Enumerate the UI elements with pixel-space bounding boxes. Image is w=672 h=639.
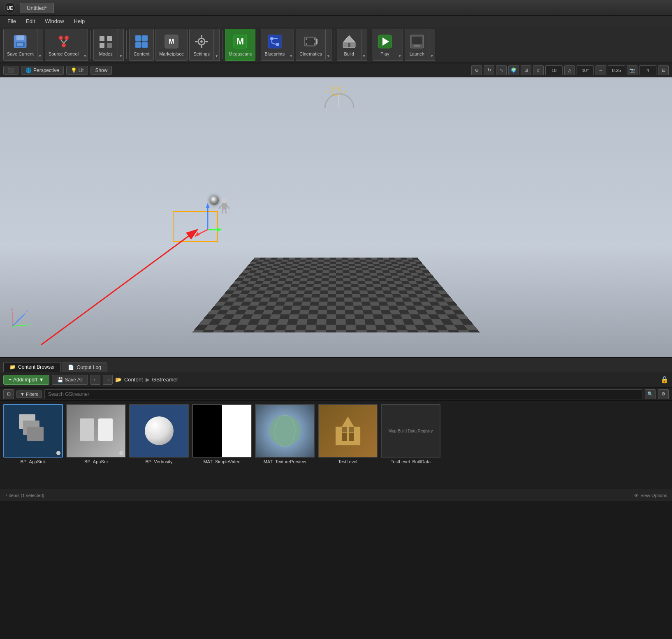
breadcrumb-folder[interactable]: GStreamer <box>152 376 178 383</box>
build-arrow[interactable]: ▼ <box>361 29 367 61</box>
save-current-button[interactable]: Save Current <box>3 29 37 61</box>
add-import-label: Add/Import <box>13 377 37 383</box>
asset-item-bp-appsrc[interactable]: BP_AppSrc <box>66 404 126 464</box>
scale-snap-value[interactable]: 0.25 <box>608 65 625 75</box>
svg-marker-59 <box>206 203 210 208</box>
cb-settings-button[interactable]: ⚙ <box>658 389 669 399</box>
play-arrow[interactable]: ▼ <box>397 29 403 61</box>
toolbar-sep-6 <box>370 30 370 59</box>
cb-view-toggle-button[interactable]: ⊞ <box>3 389 14 399</box>
svg-point-39 <box>306 43 307 45</box>
rotation-snap-button[interactable]: △ <box>564 65 575 75</box>
marketplace-button[interactable]: M Marketplace <box>155 29 188 61</box>
svg-rect-89 <box>349 427 354 432</box>
source-control-arrow[interactable]: ▼ <box>82 29 88 61</box>
search-input[interactable] <box>44 389 642 399</box>
svg-line-10 <box>64 40 67 43</box>
viewport-3d[interactable]: Z Y X <box>0 77 672 357</box>
content-button[interactable]: Content <box>129 29 154 61</box>
content-browser-tab[interactable]: 📁 Content Browser <box>3 362 61 372</box>
source-control-button[interactable]: Source Control <box>45 29 82 61</box>
scale-snap-button[interactable]: ↔ <box>596 65 606 75</box>
camera-speed-value[interactable]: 4 <box>639 65 656 75</box>
asset-grid: BP_AppSink BP_AppSrc BP_Verbosity <box>0 401 672 489</box>
world-local-button[interactable]: 🌍 <box>508 65 519 75</box>
settings-button[interactable]: Settings <box>189 29 214 61</box>
filters-label: Filters <box>26 392 38 397</box>
modes-group: Modes ▼ <box>93 29 124 61</box>
cinematics-button[interactable]: Cinematics <box>296 29 325 61</box>
svg-line-55 <box>328 86 329 88</box>
maximize-viewport-button[interactable]: ⬛ <box>3 66 19 75</box>
thumb-dot <box>56 451 60 455</box>
output-log-tab[interactable]: 📄 Output Log <box>62 362 107 372</box>
svg-point-40 <box>314 38 315 40</box>
svg-line-77 <box>41 230 197 345</box>
translate-mode-button[interactable]: ⊕ <box>471 65 482 75</box>
menu-bar: File Edit Window Help <box>0 16 672 27</box>
svg-rect-12 <box>107 36 112 41</box>
toolbar: Save Current ▼ Source Control ▼ <box>0 27 672 63</box>
asset-item-testlevel[interactable]: TestLevel <box>318 404 378 464</box>
surface-snap-button[interactable]: ⊞ <box>521 65 531 75</box>
build-button[interactable]: Build <box>337 29 361 61</box>
add-import-button[interactable]: + Add/Import ▼ <box>3 375 49 385</box>
save-current-label: Save Current <box>7 51 34 56</box>
nav-back-button[interactable]: ← <box>90 375 100 385</box>
blueprints-arrow[interactable]: ▼ <box>288 29 294 61</box>
content-browser-tab-icon: 📁 <box>9 364 16 370</box>
menu-window[interactable]: Window <box>41 17 68 25</box>
map-build-text: Map Build Data Registry <box>385 425 436 437</box>
perspective-button[interactable]: 🌐 Perspective <box>21 66 64 75</box>
svg-point-7 <box>65 36 69 40</box>
filters-button[interactable]: ▼ Filters <box>16 390 42 398</box>
svg-point-38 <box>306 38 307 40</box>
svg-text:Z: Z <box>25 309 28 314</box>
asset-item-bp-verbosity[interactable]: BP_Verbosity <box>129 404 189 464</box>
asset-item-mat-texturepreview[interactable]: MAT_TexturePreview <box>255 404 315 464</box>
lit-button[interactable]: 💡 Lit <box>66 66 88 75</box>
title-tab[interactable]: Untitled* <box>20 3 54 13</box>
megascans-button[interactable]: M Megascans <box>225 29 255 61</box>
asset-label-bp-appsink: BP_AppSink <box>21 459 46 464</box>
rotation-snap-value[interactable]: 10° <box>577 65 594 75</box>
scale-mode-button[interactable]: ⤡ <box>496 65 507 75</box>
save-current-arrow[interactable]: ▼ <box>37 29 43 61</box>
view-options-button[interactable]: 👁 View Options <box>634 493 667 498</box>
transform-gizmo[interactable] <box>193 201 218 234</box>
blueprints-button[interactable]: Blueprints <box>261 29 288 61</box>
play-button[interactable]: Play <box>373 29 397 61</box>
asset-item-testlevel-builtdata[interactable]: Map Build Data Registry TestLevel_BuiltD… <box>381 404 440 464</box>
grid-size-value[interactable]: 10 <box>545 65 563 75</box>
save-all-button[interactable]: 💾 Save All <box>52 375 88 385</box>
show-button[interactable]: Show <box>90 66 112 75</box>
svg-point-64 <box>222 198 227 203</box>
menu-edit[interactable]: Edit <box>22 17 39 25</box>
cinematics-arrow[interactable]: ▼ <box>326 29 331 61</box>
svg-rect-23 <box>201 35 202 38</box>
thumb-dot-2 <box>119 451 123 455</box>
modes-button[interactable]: Modes <box>93 29 118 61</box>
menu-help[interactable]: Help <box>70 17 89 25</box>
launch-arrow[interactable]: ▼ <box>429 29 435 61</box>
breadcrumb-root[interactable]: Content <box>124 376 143 383</box>
nav-forward-button[interactable]: → <box>103 375 113 385</box>
search-button[interactable]: 🔍 <box>645 389 656 399</box>
settings-arrow[interactable]: ▼ <box>214 29 220 61</box>
svg-rect-15 <box>135 35 141 41</box>
modes-arrow[interactable]: ▼ <box>118 29 124 61</box>
toolbar-sep-3 <box>222 30 222 59</box>
asset-label-mat-texturepreview: MAT_TexturePreview <box>264 459 306 464</box>
launch-button[interactable]: Launch <box>405 29 429 61</box>
grid-snap-button[interactable]: # <box>533 65 544 75</box>
asset-item-mat-simplevideo[interactable]: MAT_SimpleVideo <box>192 404 252 464</box>
svg-marker-37 <box>316 38 317 45</box>
save-all-label: Save All <box>65 377 83 383</box>
add-import-arrow-icon: ▼ <box>39 377 44 383</box>
lock-icon[interactable]: 🔒 <box>660 376 669 383</box>
svg-rect-24 <box>201 45 202 48</box>
menu-file[interactable]: File <box>3 17 20 25</box>
maximize-button[interactable]: ⊡ <box>658 65 669 75</box>
asset-item-bp-appsink[interactable]: BP_AppSink <box>3 404 63 464</box>
rotate-mode-button[interactable]: ↻ <box>484 65 494 75</box>
